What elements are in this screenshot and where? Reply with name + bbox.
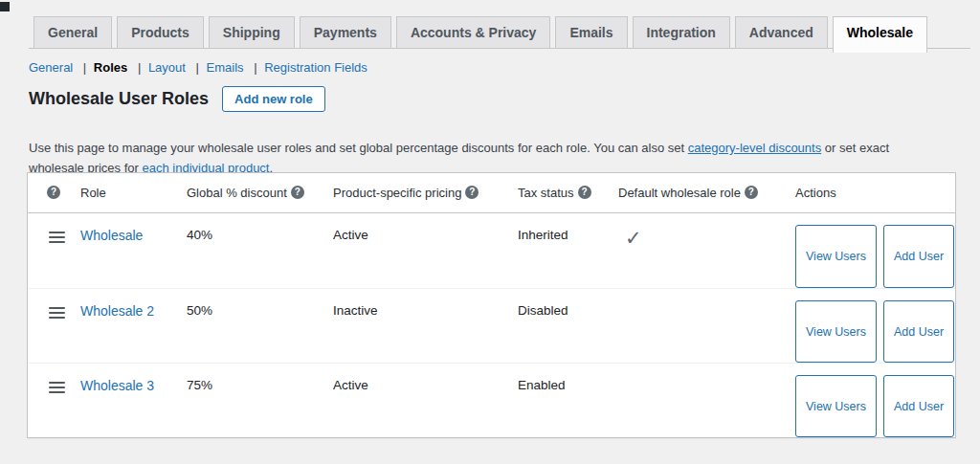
role-link[interactable]: Wholesale 3 bbox=[80, 378, 154, 393]
actions-cell: View UsersAdd User bbox=[795, 364, 955, 437]
actions-cell: View UsersAdd User bbox=[795, 213, 955, 288]
view-users-button[interactable]: View Users bbox=[795, 300, 877, 363]
subnav-item-general[interactable]: General bbox=[29, 60, 73, 75]
tab-integration[interactable]: Integration bbox=[633, 16, 730, 49]
drag-handle-icon[interactable] bbox=[49, 232, 65, 243]
page-title: Wholesale User Roles bbox=[29, 89, 209, 109]
drag-handle-icon[interactable] bbox=[49, 382, 65, 393]
roles-table: ?RoleGlobal % discount?Product-specific … bbox=[27, 172, 956, 438]
drag-handle-icon[interactable] bbox=[49, 307, 65, 319]
column-header-label: Actions bbox=[795, 186, 836, 200]
product-pricing-status: Active bbox=[333, 364, 518, 437]
default-role-cell bbox=[618, 289, 795, 363]
column-header-label: Product-specific pricing bbox=[333, 186, 461, 200]
tab-payments[interactable]: Payments bbox=[300, 16, 391, 49]
tab-shipping[interactable]: Shipping bbox=[209, 16, 295, 49]
table-row: Wholesale40%ActiveInherited✓View UsersAd… bbox=[28, 213, 955, 288]
column-header-actions: Actions bbox=[795, 173, 955, 212]
actions-cell: View UsersAdd User bbox=[795, 289, 955, 363]
column-header-label: Global % discount bbox=[187, 186, 287, 200]
column-header-role: Role bbox=[80, 173, 187, 212]
role-cell: Wholesale 2 bbox=[80, 289, 187, 363]
default-role-cell bbox=[618, 364, 795, 437]
column-header-help: ? bbox=[28, 173, 80, 212]
product-pricing-status: Active bbox=[333, 213, 518, 288]
view-users-button[interactable]: View Users bbox=[795, 225, 877, 288]
tab-bar: GeneralProductsShippingPaymentsAccounts … bbox=[33, 16, 927, 53]
tab-accounts-privacy[interactable]: Accounts & Privacy bbox=[396, 16, 551, 49]
table-header-row: ?RoleGlobal % discount?Product-specific … bbox=[28, 173, 955, 213]
global-discount-value: 50% bbox=[187, 289, 333, 363]
title-row: Wholesale User Roles Add new role bbox=[29, 86, 325, 112]
tab-emails[interactable]: Emails bbox=[555, 16, 627, 49]
column-header-default-wholesale-role: Default wholesale role? bbox=[618, 173, 795, 212]
subnav-item-emails[interactable]: Emails bbox=[207, 60, 244, 75]
tab-products[interactable]: Products bbox=[117, 16, 204, 49]
table-body: Wholesale40%ActiveInherited✓View UsersAd… bbox=[28, 213, 955, 437]
subnav-item-roles[interactable]: Roles bbox=[94, 60, 127, 75]
help-icon[interactable]: ? bbox=[47, 186, 60, 199]
drag-cell bbox=[28, 213, 80, 288]
tab-wholesale[interactable]: Wholesale bbox=[833, 16, 927, 53]
role-link[interactable]: Wholesale bbox=[80, 228, 143, 243]
column-header-label: Role bbox=[80, 186, 106, 200]
tab-advanced[interactable]: Advanced bbox=[735, 16, 828, 49]
table-row: Wholesale 250%InactiveDisabledView Users… bbox=[28, 288, 955, 363]
add-user-button[interactable]: Add User bbox=[883, 300, 954, 363]
default-role-cell: ✓ bbox=[618, 213, 795, 288]
role-cell: Wholesale 3 bbox=[80, 364, 187, 437]
subnav-separator: | bbox=[192, 60, 203, 75]
help-icon[interactable]: ? bbox=[465, 186, 479, 199]
help-icon[interactable]: ? bbox=[745, 186, 758, 199]
subnav-separator: | bbox=[251, 60, 261, 75]
role-link[interactable]: Wholesale 2 bbox=[80, 303, 154, 319]
category-level-discounts-link[interactable]: category-level discounts bbox=[688, 141, 821, 155]
column-header-tax-status: Tax status? bbox=[518, 173, 618, 212]
global-discount-value: 40% bbox=[187, 213, 333, 288]
tax-status-value: Disabled bbox=[518, 289, 618, 363]
view-users-button[interactable]: View Users bbox=[795, 375, 877, 437]
column-header-label: Tax status bbox=[518, 186, 574, 200]
subnav-separator: | bbox=[134, 60, 145, 75]
column-header-product-specific-pricing: Product-specific pricing? bbox=[333, 173, 518, 212]
drag-cell bbox=[28, 364, 80, 437]
help-icon[interactable]: ? bbox=[291, 186, 304, 199]
global-discount-value: 75% bbox=[187, 364, 333, 437]
tax-status-value: Inherited bbox=[518, 213, 618, 288]
tab-general[interactable]: General bbox=[33, 16, 112, 49]
description-text: Use this page to manage your wholesale u… bbox=[29, 141, 688, 155]
role-cell: Wholesale bbox=[80, 213, 187, 288]
add-user-button[interactable]: Add User bbox=[883, 375, 954, 437]
help-icon[interactable]: ? bbox=[578, 186, 591, 199]
subnav-separator: | bbox=[79, 60, 90, 75]
subnav-item-layout[interactable]: Layout bbox=[148, 60, 186, 75]
drag-cell bbox=[28, 289, 80, 363]
default-role-checkmark-icon: ✓ bbox=[625, 228, 642, 248]
column-header-label: Default wholesale role bbox=[618, 186, 741, 200]
add-new-role-button[interactable]: Add new role bbox=[222, 86, 325, 112]
table-row: Wholesale 375%ActiveEnabledView UsersAdd… bbox=[28, 363, 955, 437]
tax-status-value: Enabled bbox=[518, 364, 618, 437]
column-header-global-discount: Global % discount? bbox=[187, 173, 333, 212]
admin-menu-edge bbox=[0, 2, 10, 11]
subnav-item-registration-fields[interactable]: Registration Fields bbox=[264, 60, 368, 75]
subnav: General | Roles | Layout | Emails | Regi… bbox=[29, 60, 368, 75]
add-user-button[interactable]: Add User bbox=[883, 225, 954, 288]
product-pricing-status: Inactive bbox=[333, 289, 518, 363]
